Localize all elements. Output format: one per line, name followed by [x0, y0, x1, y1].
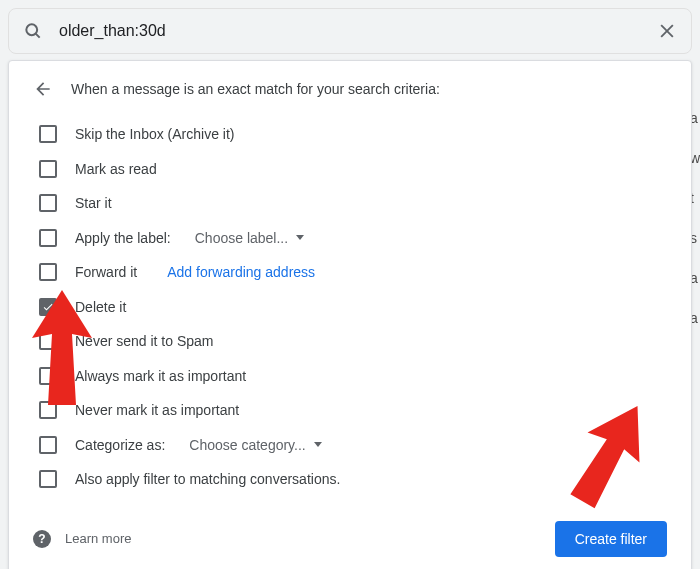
checkbox-icon[interactable]: [39, 401, 57, 419]
option-delete[interactable]: Delete it: [33, 290, 667, 325]
search-bar[interactable]: [8, 8, 692, 54]
option-label: Never mark it as important: [75, 402, 239, 418]
learn-more-text: Learn more: [65, 531, 131, 546]
option-skip-inbox[interactable]: Skip the Inbox (Archive it): [33, 117, 667, 152]
option-label: Also apply filter to matching conversati…: [75, 471, 340, 487]
checkbox-icon[interactable]: [39, 367, 57, 385]
option-label: Star it: [75, 195, 112, 211]
checkbox-icon[interactable]: [39, 125, 57, 143]
option-never-spam[interactable]: Never send it to Spam: [33, 324, 667, 359]
search-icon: [23, 21, 43, 41]
close-icon[interactable]: [657, 21, 677, 41]
option-label: Categorize as:: [75, 437, 165, 453]
checkbox-icon[interactable]: [39, 298, 57, 316]
option-never-important[interactable]: Never mark it as important: [33, 393, 667, 428]
svg-line-1: [36, 34, 40, 38]
checkbox-icon[interactable]: [39, 229, 57, 247]
option-label: Skip the Inbox (Archive it): [75, 126, 235, 142]
help-icon: ?: [33, 530, 51, 548]
label-dropdown[interactable]: Choose label...: [195, 230, 304, 246]
option-also-apply[interactable]: Also apply filter to matching conversati…: [33, 462, 667, 497]
svg-point-0: [26, 24, 37, 35]
create-filter-button[interactable]: Create filter: [555, 521, 667, 557]
option-always-important[interactable]: Always mark it as important: [33, 359, 667, 394]
option-label: Forward it: [75, 264, 137, 280]
option-label: Delete it: [75, 299, 126, 315]
checkbox-icon[interactable]: [39, 160, 57, 178]
option-label: Always mark it as important: [75, 368, 246, 384]
checkbox-icon[interactable]: [39, 263, 57, 281]
filter-options-list: Skip the Inbox (Archive it) Mark as read…: [33, 117, 667, 497]
panel-footer: ? Learn more Create filter: [33, 521, 667, 557]
add-forwarding-link[interactable]: Add forwarding address: [167, 264, 315, 280]
option-label: Never send it to Spam: [75, 333, 214, 349]
chevron-down-icon: [296, 235, 304, 240]
option-forward[interactable]: Forward it Add forwarding address: [33, 255, 667, 290]
checkbox-icon[interactable]: [39, 470, 57, 488]
option-star[interactable]: Star it: [33, 186, 667, 221]
checkbox-icon[interactable]: [39, 332, 57, 350]
option-label: Apply the label:: [75, 230, 171, 246]
category-dropdown[interactable]: Choose category...: [189, 437, 321, 453]
search-input[interactable]: [59, 22, 641, 40]
learn-more-link[interactable]: ? Learn more: [33, 530, 131, 548]
chevron-down-icon: [314, 442, 322, 447]
filter-panel: When a message is an exact match for you…: [8, 60, 692, 569]
option-apply-label[interactable]: Apply the label: Choose label...: [33, 221, 667, 256]
option-categorize[interactable]: Categorize as: Choose category...: [33, 428, 667, 463]
back-arrow-icon[interactable]: [33, 79, 53, 99]
checkbox-icon[interactable]: [39, 436, 57, 454]
checkbox-icon[interactable]: [39, 194, 57, 212]
panel-title: When a message is an exact match for you…: [71, 81, 440, 97]
option-mark-read[interactable]: Mark as read: [33, 152, 667, 187]
panel-header: When a message is an exact match for you…: [33, 79, 667, 99]
option-label: Mark as read: [75, 161, 157, 177]
